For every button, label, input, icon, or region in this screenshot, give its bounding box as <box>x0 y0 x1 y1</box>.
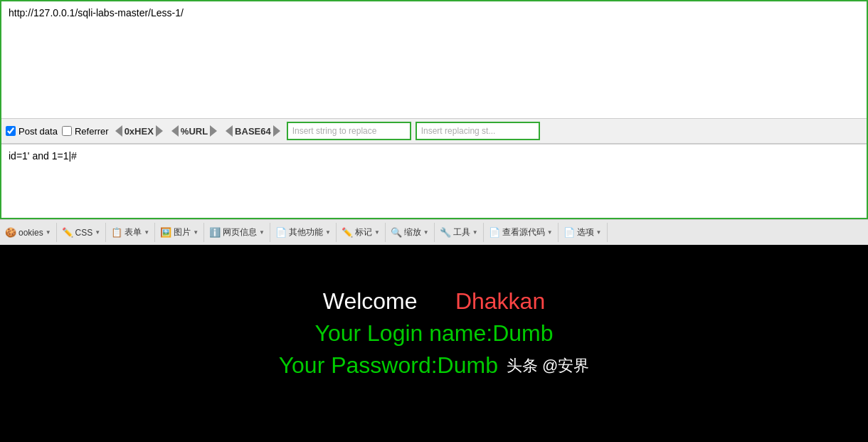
other-label: 其他功能 <box>289 226 323 238</box>
tools-label: 工具 <box>453 226 470 238</box>
url-wrapper: http://127.0.0.1/sqli-labs-master/Less-1… <box>0 0 868 219</box>
oxhex-label: 0xHEX <box>125 126 154 137</box>
source-label: 查看源代码 <box>502 226 545 238</box>
url-left-arrow-icon <box>171 125 179 137</box>
base64-left-arrow-icon <box>226 125 233 137</box>
base64-button[interactable]: BASE64 <box>223 124 282 138</box>
menu-item-css[interactable]: ✏️ CSS ▼ <box>57 223 107 242</box>
insert-replacing-input[interactable] <box>416 122 540 140</box>
source-dropdown-arrow: ▼ <box>547 229 553 236</box>
cookies-icon: 🍪 <box>5 227 16 238</box>
pageinfo-label: 网页信息 <box>223 226 257 238</box>
menu-item-pageinfo[interactable]: ℹ️ 网页信息 ▼ <box>204 223 270 242</box>
css-label: CSS <box>75 228 93 238</box>
watermark-text: 头条 @安界 <box>507 355 589 377</box>
post-data-checkbox[interactable] <box>6 126 16 136</box>
css-dropdown-arrow: ▼ <box>95 229 100 236</box>
source-icon: 📄 <box>489 227 500 238</box>
menu-item-mark[interactable]: ✏️ 标记 ▼ <box>337 223 386 242</box>
options-label: 选项 <box>577 226 594 238</box>
zoom-label: 缩放 <box>404 226 421 238</box>
menu-item-zoom[interactable]: 🔍 缩放 ▼ <box>386 223 435 242</box>
insert-string-input[interactable] <box>287 122 411 140</box>
menu-item-form[interactable]: 📋 表单 ▼ <box>106 223 155 242</box>
image-icon: 🖼️ <box>160 227 171 238</box>
main-content: Welcome Dhakkan Your Login name:Dumb You… <box>0 245 868 422</box>
password-line: Your Password:Dumb 头条 @安界 <box>279 352 590 379</box>
tools-dropdown-arrow: ▼ <box>472 229 478 236</box>
oxhex-left-button[interactable]: 0xHEX <box>113 124 165 138</box>
image-dropdown-arrow: ▼ <box>193 229 199 236</box>
options-icon: 📄 <box>563 227 575 238</box>
form-dropdown-arrow: ▼ <box>144 229 149 236</box>
referrer-label: Referrer <box>75 126 109 137</box>
menu-item-cookies[interactable]: 🍪 ookies ▼ <box>0 223 57 242</box>
referrer-checkbox-label[interactable]: Referrer <box>62 126 109 137</box>
url-label: %URL <box>181 126 208 137</box>
menu-item-tools[interactable]: 🔧 工具 ▼ <box>435 223 484 242</box>
cookies-label: ookies <box>18 228 43 238</box>
form-label: 表单 <box>125 226 142 238</box>
welcome-text: Welcome <box>323 288 418 314</box>
oxhex-right-arrow-icon <box>156 125 163 137</box>
login-line: Your Login name:Dumb <box>314 320 553 347</box>
options-dropdown-arrow: ▼ <box>596 229 602 236</box>
menu-item-options[interactable]: 📄 选项 ▼ <box>559 223 608 242</box>
oxhex-left-arrow-icon <box>115 125 122 137</box>
menu-item-image[interactable]: 🖼️ 图片 ▼ <box>155 223 204 242</box>
image-label: 图片 <box>174 226 191 238</box>
base64-right-arrow-icon <box>273 125 280 137</box>
welcome-line: Welcome Dhakkan <box>323 288 545 315</box>
pageinfo-icon: ℹ️ <box>209 227 221 238</box>
menu-item-other[interactable]: 📄 其他功能 ▼ <box>270 223 337 242</box>
url-encode-button[interactable]: %URL <box>169 124 219 138</box>
toolbar: Post data Referrer 0xHEX %URL BASE64 <box>1 118 867 144</box>
tools-icon: 🔧 <box>440 227 451 238</box>
other-dropdown-arrow: ▼ <box>325 229 331 236</box>
post-data-label: Post data <box>18 126 58 137</box>
other-icon: 📄 <box>275 227 287 238</box>
base64-label: BASE64 <box>235 126 271 137</box>
mark-dropdown-arrow: ▼ <box>374 229 380 236</box>
url-right-arrow-icon <box>210 125 217 137</box>
password-text: Your Password:Dumb <box>279 352 498 379</box>
referrer-checkbox[interactable] <box>62 126 72 136</box>
mark-label: 标记 <box>355 226 372 238</box>
dhakkan-text: Dhakkan <box>455 288 545 314</box>
zoom-dropdown-arrow: ▼ <box>423 229 429 236</box>
url-input[interactable]: http://127.0.0.1/sqli-labs-master/Less-1… <box>1 1 867 115</box>
cookies-dropdown-arrow: ▼ <box>46 229 51 236</box>
post-data-input[interactable]: id=1' and 1=1|# <box>1 144 867 215</box>
menu-item-source[interactable]: 📄 查看源代码 ▼ <box>484 223 559 242</box>
menu-bar: 🍪 ookies ▼ ✏️ CSS ▼ 📋 表单 ▼ 🖼️ 图片 ▼ ℹ️ 网页… <box>0 219 868 245</box>
form-icon: 📋 <box>111 227 122 238</box>
mark-icon: ✏️ <box>342 227 353 238</box>
post-data-checkbox-label[interactable]: Post data <box>6 126 58 137</box>
css-icon: ✏️ <box>62 227 73 238</box>
zoom-icon: 🔍 <box>391 227 402 238</box>
pageinfo-dropdown-arrow: ▼ <box>259 229 265 236</box>
